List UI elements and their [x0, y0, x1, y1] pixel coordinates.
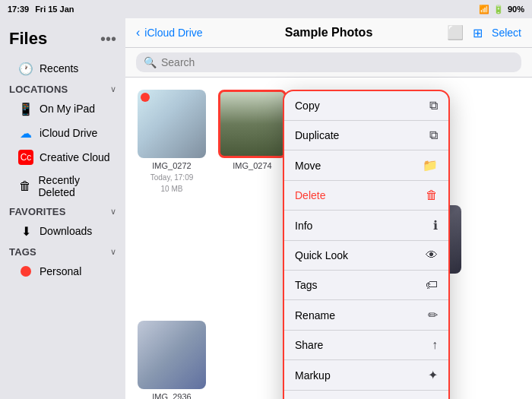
menu-delete-label: Delete [295, 189, 325, 201]
share-icon: ↑ [432, 338, 438, 352]
tags-chevron[interactable]: ∨ [110, 247, 116, 257]
grid-view-icon[interactable]: ⊞ [473, 26, 483, 40]
battery-icon: 🔋 [493, 5, 504, 14]
file-item[interactable]: IMG_0272 Today, 17:09 10 MB [138, 90, 206, 193]
menu-item-markup[interactable]: Markup ✦ [284, 360, 448, 391]
file-name: IMG_0274 [233, 161, 271, 170]
menu-item-move[interactable]: Move 📁 [284, 150, 448, 181]
back-chevron-icon: ‹ [136, 26, 140, 40]
select-button[interactable]: Select [492, 27, 521, 39]
downloads-label: Downloads [40, 225, 92, 237]
menu-item-share[interactable]: Share ↑ [284, 331, 448, 360]
menu-rename-label: Rename [295, 309, 335, 321]
locations-label: Locations [9, 84, 68, 95]
tags-section-header: Tags ∨ [0, 243, 125, 259]
app-container: Files ••• 🕐 Recents Locations ∨ 📱 On My … [0, 18, 532, 399]
copy-icon: ⧉ [429, 99, 438, 112]
ipad-icon: 📱 [18, 101, 33, 116]
file-thumbnail [138, 321, 206, 389]
menu-item-rename[interactable]: Rename ✏ [284, 300, 448, 331]
favorites-label: Favorites [9, 206, 66, 217]
sidebar-item-creative-cloud[interactable]: Cc Creative Cloud [3, 146, 122, 169]
menu-item-delete[interactable]: Delete 🗑 [284, 181, 448, 211]
menu-duplicate-label: Duplicate [295, 129, 339, 141]
recents-icon: 🕐 [18, 61, 33, 76]
file-size: 10 MB [161, 185, 183, 193]
file-date: Today, 17:09 [150, 173, 194, 182]
sidebar-item-recently-deleted[interactable]: 🗑 Recently Deleted [3, 170, 122, 202]
new-folder-icon[interactable]: ⬜ [447, 24, 464, 41]
menu-item-quick-look[interactable]: Quick Look 👁 [284, 241, 448, 271]
search-input[interactable] [161, 56, 514, 68]
sidebar-item-downloads[interactable]: ⬇ Downloads [3, 220, 122, 242]
tag-dot-icon [21, 266, 31, 277]
page-title: Sample Photos [285, 26, 373, 40]
back-button[interactable]: iCloud Drive [144, 27, 202, 39]
menu-tags-label: Tags [295, 279, 318, 291]
favorites-section-header: Favorites ∨ [0, 203, 125, 219]
menu-move-label: Move [295, 160, 321, 172]
icloud-drive-label: iCloud Drive [40, 127, 97, 139]
file-name: IMG_2936 [152, 392, 191, 399]
file-item[interactable]: IMG_0274 Copy ⧉ Duplicate ⧉ Move 📁 [218, 90, 287, 193]
svg-point-0 [21, 266, 31, 277]
info-icon: ℹ [433, 218, 438, 233]
tags-label: Tags [9, 246, 36, 258]
file-thumbnail [218, 90, 287, 158]
search-bar: 🔍 [125, 48, 532, 78]
sidebar-header: Files ••• [0, 24, 125, 56]
eye-icon: 👁 [426, 249, 438, 262]
menu-item-copy[interactable]: Copy ⧉ [284, 91, 448, 121]
file-item[interactable]: IMG_2936 Today, 17:09 28.9 MB [138, 321, 206, 399]
sidebar: Files ••• 🕐 Recents Locations ∨ 📱 On My … [0, 18, 125, 399]
sidebar-item-on-my-ipad[interactable]: 📱 On My iPad [3, 97, 122, 120]
sidebar-plus-icon[interactable]: ••• [100, 30, 116, 48]
main-content: ‹ iCloud Drive Sample Photos ⬜ ⊞ Select … [125, 18, 532, 399]
sidebar-title: Files [9, 29, 47, 49]
sidebar-item-icloud-drive[interactable]: ☁ iCloud Drive [3, 122, 122, 144]
menu-markup-label: Markup [295, 369, 331, 382]
recently-deleted-label: Recently Deleted [38, 174, 113, 198]
sidebar-item-recents[interactable]: 🕐 Recents [3, 57, 122, 80]
context-menu: Copy ⧉ Duplicate ⧉ Move 📁 Delete 🗑 [283, 90, 450, 399]
battery-level: 90% [508, 5, 524, 14]
menu-item-duplicate[interactable]: Duplicate ⧉ [284, 121, 448, 150]
sidebar-item-personal-tag[interactable]: Personal [3, 260, 122, 283]
tag-icon: 🏷 [426, 278, 438, 292]
status-date: Fri 15 Jan [35, 5, 74, 14]
search-icon: 🔍 [144, 56, 157, 68]
toolbar-left: ‹ iCloud Drive [136, 26, 203, 40]
menu-item-compress[interactable]: Compress 📦 [284, 391, 448, 399]
trash-icon: 🗑 [18, 179, 32, 194]
menu-copy-label: Copy [295, 100, 320, 112]
markup-icon: ✦ [428, 368, 438, 382]
file-thumbnail [138, 90, 206, 158]
locations-section-header: Locations ∨ [0, 81, 125, 97]
wifi-icon: 📶 [479, 5, 489, 14]
move-icon: 📁 [423, 158, 438, 173]
search-input-wrap[interactable]: 🔍 [136, 52, 521, 72]
creative-cloud-icon: Cc [18, 150, 33, 165]
status-bar: 17:39 Fri 15 Jan 📶 🔋 90% [0, 0, 532, 18]
sidebar-recents-label: Recents [40, 62, 78, 74]
toolbar: ‹ iCloud Drive Sample Photos ⬜ ⊞ Select [125, 18, 532, 48]
selection-dot [141, 93, 150, 102]
creative-cloud-label: Creative Cloud [40, 151, 110, 163]
menu-item-tags[interactable]: Tags 🏷 [284, 271, 448, 300]
duplicate-icon: ⧉ [429, 128, 438, 142]
favorites-chevron[interactable]: ∨ [110, 207, 116, 217]
pencil-icon: ✏ [428, 308, 438, 322]
file-grid: IMG_0272 Today, 17:09 10 MB IMG_0274 Cop… [125, 78, 532, 399]
menu-item-info[interactable]: Info ℹ [284, 211, 448, 241]
on-my-ipad-label: On My iPad [40, 103, 95, 115]
file-name: IMG_0272 [152, 161, 191, 170]
downloads-icon: ⬇ [18, 223, 33, 239]
locations-chevron[interactable]: ∨ [110, 84, 116, 94]
menu-share-label: Share [295, 339, 323, 351]
menu-info-label: Info [295, 220, 312, 232]
trash-action-icon: 🗑 [426, 188, 438, 202]
menu-quick-look-label: Quick Look [295, 249, 348, 261]
toolbar-right: ⬜ ⊞ Select [447, 24, 521, 41]
icloud-icon: ☁ [18, 125, 33, 141]
status-time: 17:39 [8, 5, 29, 14]
